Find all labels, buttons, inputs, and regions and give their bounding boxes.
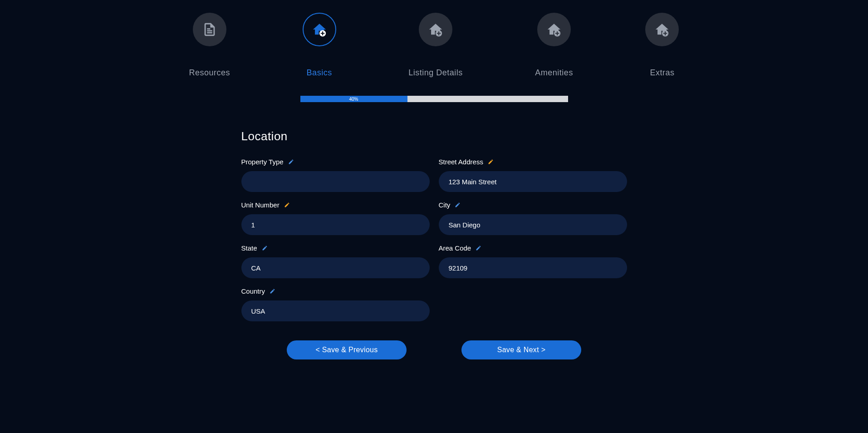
home-plus-icon xyxy=(312,22,327,37)
property-type-label: Property Type xyxy=(241,158,430,166)
country-label: Country xyxy=(241,287,430,295)
steps-navigation: Resources Basics Listing Det xyxy=(162,13,706,78)
step-listing-details-circle xyxy=(419,13,452,46)
step-resources[interactable]: Resources xyxy=(189,13,230,78)
form-row-2: Unit Number City xyxy=(241,201,627,235)
pencil-icon[interactable] xyxy=(270,288,275,294)
step-amenities[interactable]: Amenities xyxy=(535,13,573,78)
city-label: City xyxy=(439,201,627,209)
country-group: Country xyxy=(241,287,430,321)
section-title: Location xyxy=(241,129,627,143)
unit-number-input[interactable] xyxy=(241,214,430,235)
save-previous-button[interactable]: < Save & Previous xyxy=(287,340,407,359)
home-plus-icon xyxy=(654,22,670,37)
city-input[interactable] xyxy=(439,214,627,235)
state-input[interactable] xyxy=(241,257,430,278)
area-code-group: Area Code xyxy=(439,244,627,278)
state-group: State xyxy=(241,244,430,278)
pencil-icon[interactable] xyxy=(262,245,268,251)
pencil-icon[interactable] xyxy=(488,159,494,165)
step-extras[interactable]: Extras xyxy=(645,13,679,78)
country-input[interactable] xyxy=(241,300,430,321)
step-basics-label: Basics xyxy=(307,68,332,78)
step-basics[interactable]: Basics xyxy=(303,13,336,78)
step-basics-circle xyxy=(303,13,336,46)
pencil-icon[interactable] xyxy=(476,245,481,251)
step-resources-circle xyxy=(193,13,226,46)
area-code-label: Area Code xyxy=(439,244,627,252)
street-address-input[interactable] xyxy=(439,171,627,192)
pencil-icon[interactable] xyxy=(288,159,294,165)
property-type-group: Property Type xyxy=(241,158,430,192)
property-type-input[interactable] xyxy=(241,171,430,192)
home-plus-icon xyxy=(546,22,562,37)
wizard-container: Resources Basics Listing Det xyxy=(162,13,706,359)
progress-fill: 40% xyxy=(300,96,407,102)
unit-number-group: Unit Number xyxy=(241,201,430,235)
street-address-label: Street Address xyxy=(439,158,627,166)
step-extras-label: Extras xyxy=(650,68,674,78)
step-extras-circle xyxy=(645,13,679,46)
unit-number-label: Unit Number xyxy=(241,201,430,209)
street-address-group: Street Address xyxy=(439,158,627,192)
document-icon xyxy=(202,22,217,37)
area-code-input[interactable] xyxy=(439,257,627,278)
step-listing-details[interactable]: Listing Details xyxy=(408,13,463,78)
form-row-3: State Area Code xyxy=(241,244,627,278)
step-resources-label: Resources xyxy=(189,68,230,78)
form-row-1: Property Type Street Address xyxy=(241,158,627,192)
form-row-4: Country xyxy=(241,287,627,321)
step-amenities-label: Amenities xyxy=(535,68,573,78)
progress-container: 40% xyxy=(300,96,568,102)
pencil-icon[interactable] xyxy=(455,202,461,208)
pencil-icon[interactable] xyxy=(284,202,290,208)
button-row: < Save & Previous Save & Next > xyxy=(241,340,627,359)
city-group: City xyxy=(439,201,627,235)
save-next-button[interactable]: Save & Next > xyxy=(461,340,581,359)
progress-text: 40% xyxy=(349,97,358,102)
location-form: Location Property Type Street Address xyxy=(241,129,627,359)
step-listing-details-label: Listing Details xyxy=(408,68,463,78)
state-label: State xyxy=(241,244,430,252)
home-plus-icon xyxy=(428,22,443,37)
step-amenities-circle xyxy=(537,13,571,46)
progress-bar: 40% xyxy=(300,96,568,102)
